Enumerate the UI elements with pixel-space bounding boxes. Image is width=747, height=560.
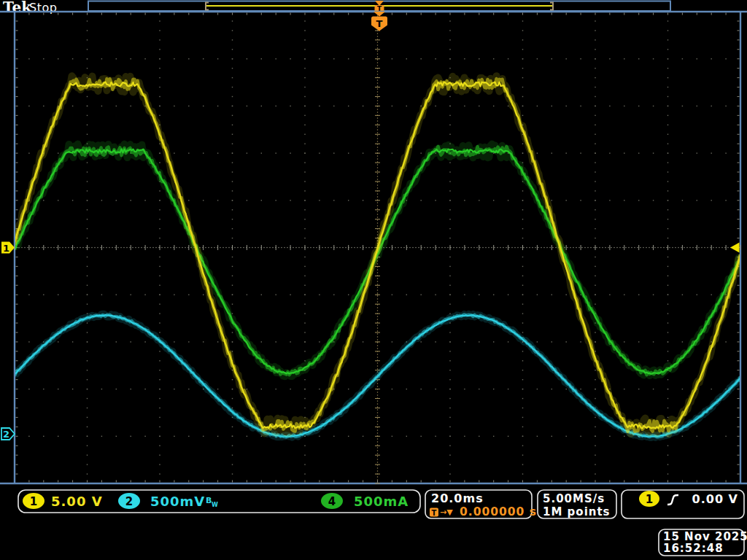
ch1-badge-label: 1 bbox=[30, 495, 37, 508]
trigger-position-label: T bbox=[376, 18, 383, 29]
channel-readout-box: 1 5.00 V 2 500mV B W 4 500mA bbox=[18, 490, 420, 513]
oscilloscope-screen: Tek Stop T T 1 2 1 5.00 V 2 500mV B bbox=[0, 0, 747, 560]
record-length-readout: 1M points bbox=[543, 505, 611, 518]
trigger-level-readout: 0.00 V bbox=[692, 492, 738, 506]
record-view-bar: T bbox=[88, 1, 670, 12]
datetime-box: 15 Nov 2025 16:52:48 bbox=[659, 529, 747, 556]
timebase-readout: 20.0ms bbox=[431, 491, 484, 505]
ch4-scale-readout: 500mA bbox=[354, 494, 409, 509]
ch1-scale-readout: 5.00 V bbox=[51, 494, 103, 509]
ch2-scale-readout: 500mV bbox=[150, 494, 205, 509]
trigger-readout-box: 1 0.00 V bbox=[622, 490, 744, 518]
acquisition-readout-box: 5.00MS/s 1M points bbox=[538, 490, 616, 518]
delay-trigger-label: T bbox=[432, 509, 437, 517]
ch2-badge-label: 2 bbox=[125, 495, 133, 508]
delay-arrow-icon: →▼ bbox=[440, 508, 453, 517]
ch1-marker-label: 1 bbox=[3, 243, 9, 254]
tek-logo: Tek bbox=[3, 0, 32, 16]
horizontal-readout-box: 20.0ms T →▼ 0.000000 s bbox=[425, 490, 537, 518]
ch2-marker-label: 2 bbox=[3, 429, 9, 440]
time-readout: 16:52:48 bbox=[663, 542, 724, 555]
delay-readout: 0.000000 s bbox=[460, 505, 537, 518]
trigger-source-label: 1 bbox=[646, 493, 653, 506]
bandwidth-limit-icon-sub: W bbox=[212, 502, 218, 508]
ch4-badge-label: 4 bbox=[328, 495, 336, 508]
sample-rate-readout: 5.00MS/s bbox=[543, 492, 605, 505]
